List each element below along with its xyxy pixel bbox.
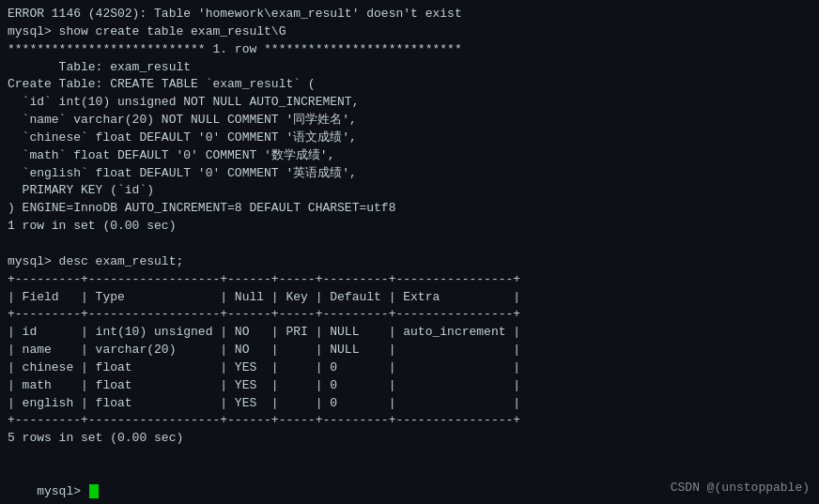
output-line-18: +---------+------------------+------+---…	[8, 306, 811, 324]
output-line-3: *************************** 1. row *****…	[8, 41, 811, 59]
output-line-12: ) ENGINE=InnoDB AUTO_INCREMENT=8 DEFAULT…	[8, 200, 811, 218]
output-line-13: 1 row in set (0.00 sec)	[8, 218, 811, 236]
terminal-window: ERROR 1146 (42S02): Table 'homework\exam…	[0, 0, 819, 504]
cursor	[89, 484, 99, 498]
output-line-1: ERROR 1146 (42S02): Table 'homework\exam…	[8, 6, 811, 23]
output-line-15: mysql> desc exam_result;	[8, 253, 811, 271]
output-line-19: | id | int(10) unsigned | NO | PRI | NUL…	[8, 324, 811, 342]
output-line-20: | name | varchar(20) | NO | | NULL | |	[8, 342, 811, 359]
output-line-24: +---------+------------------+------+---…	[8, 412, 811, 430]
output-line-11: PRIMARY KEY (`id`)	[8, 182, 811, 200]
output-line-21: | chinese | float | YES | | 0 | |	[8, 359, 811, 377]
output-line-25: 5 rows in set (0.00 sec)	[8, 430, 811, 448]
output-line-4: Table: exam_result	[8, 59, 811, 77]
watermark: CSDN @(unstoppable)	[671, 481, 810, 495]
output-line-7: `name` varchar(20) NOT NULL COMMENT '同学姓…	[8, 112, 811, 130]
output-line-10: `english` float DEFAULT '0' COMMENT '英语成…	[8, 165, 811, 183]
output-line-26	[8, 448, 811, 466]
output-line-23: | english | float | YES | | 0 | |	[8, 395, 811, 413]
output-line-14	[8, 236, 811, 253]
output-line-5: Create Table: CREATE TABLE `exam_result`…	[8, 76, 811, 94]
output-line-9: `math` float DEFAULT '0' COMMENT '数学成绩',	[8, 147, 811, 165]
output-line-17: | Field | Type | Null | Key | Default | …	[8, 289, 811, 307]
output-line-6: `id` int(10) unsigned NOT NULL AUTO_INCR…	[8, 94, 811, 112]
output-line-22: | math | float | YES | | 0 | |	[8, 377, 811, 395]
output-line-8: `chinese` float DEFAULT '0' COMMENT '语文成…	[8, 130, 811, 147]
prompt-text: mysql>	[37, 484, 88, 498]
output-line-2: mysql> show create table exam_result\G	[8, 23, 811, 41]
output-line-16: +---------+------------------+------+---…	[8, 271, 811, 289]
